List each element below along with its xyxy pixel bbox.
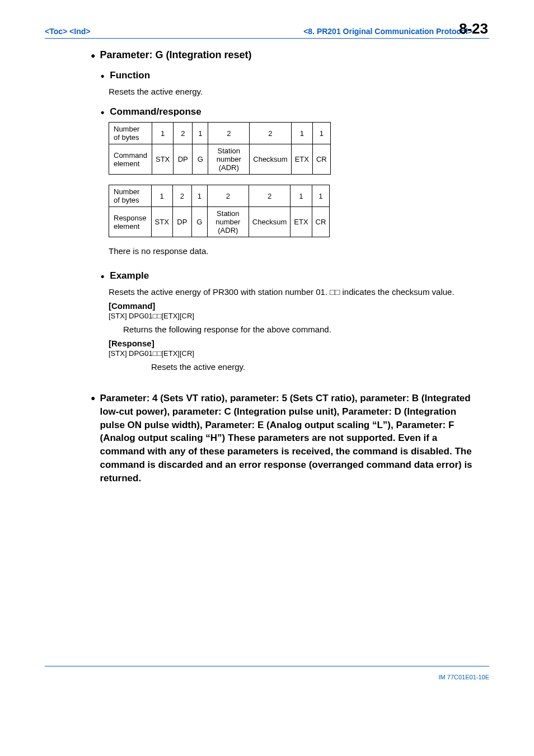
function-text: Resets the active energy. <box>109 86 484 97</box>
command-returns: Returns the following response for the a… <box>123 323 484 335</box>
page-number: 8-23 <box>459 20 488 37</box>
table-cell: 2 <box>250 123 291 144</box>
table-row: Command element STX DP G Station number … <box>109 144 331 175</box>
command-table: Number of bytes 1 2 1 2 2 1 1 Command el… <box>109 122 331 175</box>
page-header: <Toc> <Ind> <8. PR201 Original Communica… <box>45 27 489 39</box>
unsupported-params-text: Parameter: 4 (Sets VT ratio), parameter:… <box>100 392 484 485</box>
table-row: Response element STX DP G Station number… <box>109 207 330 237</box>
response-table: Number of bytes 1 2 1 2 2 1 1 Response e… <box>109 185 330 237</box>
table-cell: Station number (ADR) <box>207 207 249 237</box>
table-cell: Number of bytes <box>109 123 152 144</box>
table-cell: Command element <box>109 144 152 175</box>
ind-link[interactable]: <Ind> <box>69 27 90 36</box>
table-cell: 2 <box>249 185 290 207</box>
table-cell: 2 <box>208 123 250 144</box>
table-cell: 1 <box>151 185 172 207</box>
table-cell: 1 <box>193 123 208 144</box>
response-line: [STX] DPG01□□[ETX][CR] <box>109 349 484 358</box>
table-cell: DP <box>174 144 193 175</box>
table-row: Number of bytes 1 2 1 2 2 1 1 <box>109 123 331 144</box>
response-label: [Response] <box>109 339 484 348</box>
table-cell: 1 <box>312 185 330 207</box>
table-cell: 1 <box>152 123 173 144</box>
table-cell: 2 <box>172 185 191 207</box>
example-intro: Resets the active energy of PR300 with s… <box>109 286 484 298</box>
table-cell: CR <box>312 207 330 237</box>
command-label: [Command] <box>109 301 484 311</box>
table-cell: STX <box>151 207 172 237</box>
table-cell: 1 <box>291 123 312 144</box>
no-response-text: There is no response data. <box>109 245 484 257</box>
table-cell: 2 <box>174 123 193 144</box>
table-cell: DP <box>172 207 191 237</box>
table-cell: ETX <box>291 144 312 175</box>
table-cell: Checksum <box>250 144 291 175</box>
table-cell: 1 <box>291 185 312 207</box>
cmdresp-heading: Command/response <box>101 106 484 118</box>
param-g-heading: Parameter: G (Integration reset) <box>91 49 484 61</box>
command-line: [STX] DPG01□□[ETX][CR] <box>109 312 484 320</box>
toc-link[interactable]: <Toc> <box>45 27 67 36</box>
table-cell: 1 <box>191 185 207 207</box>
table-cell: G <box>193 144 208 175</box>
table-cell: 2 <box>207 185 249 207</box>
table-cell: Checksum <box>249 207 290 237</box>
content-area: Parameter: G (Integration reset) Functio… <box>101 49 484 485</box>
table-cell: Number of bytes <box>109 185 152 207</box>
table-cell: Response element <box>109 207 152 237</box>
chapter-title: <8. PR201 Original Communication Protoco… <box>303 27 472 36</box>
toc-ind-nav[interactable]: <Toc> <Ind> <box>45 27 90 36</box>
table-cell: G <box>191 207 207 237</box>
response-desc: Resets the active energy. <box>151 361 484 373</box>
function-heading: Function <box>101 70 484 81</box>
footer-rule <box>45 666 489 666</box>
document-id: IM 77C01E01-10E <box>439 674 490 680</box>
table-cell: ETX <box>291 207 312 237</box>
table-cell: STX <box>152 144 173 175</box>
table-cell: CR <box>312 144 330 175</box>
unsupported-params-heading: Parameter: 4 (Sets VT ratio), parameter:… <box>91 392 484 485</box>
table-cell: Station number (ADR) <box>208 144 250 175</box>
table-row: Number of bytes 1 2 1 2 2 1 1 <box>109 185 330 207</box>
table-cell: 1 <box>312 123 330 144</box>
example-heading: Example <box>101 270 484 281</box>
